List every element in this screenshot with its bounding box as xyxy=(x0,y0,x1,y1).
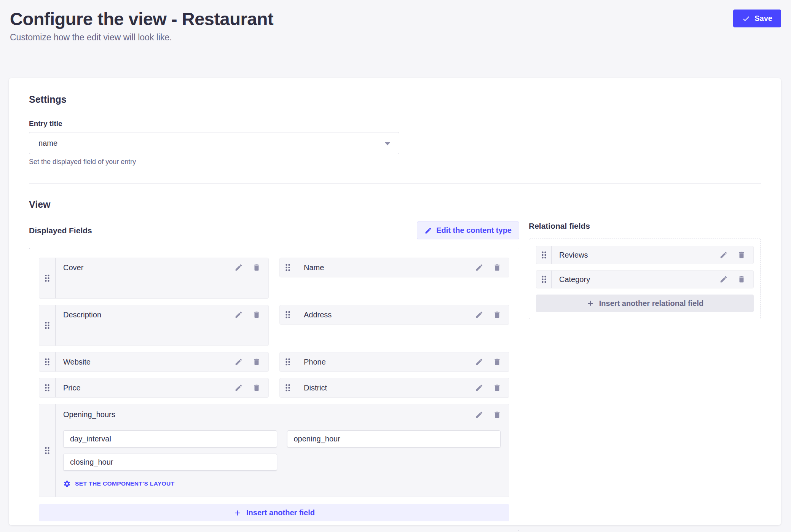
page-title: Configure the view - Restaurant xyxy=(10,8,781,29)
edit-field-icon[interactable] xyxy=(475,311,483,319)
subfield-label: closing_hour xyxy=(70,458,113,467)
edit-content-type-button[interactable]: Edit the content type xyxy=(417,221,519,239)
page-subtitle: Customize how the edit view will look li… xyxy=(10,32,781,43)
field-card-address[interactable]: Address xyxy=(279,305,509,325)
insert-another-relational-field-label: Insert another relational field xyxy=(599,299,704,308)
drag-handle[interactable] xyxy=(280,378,296,397)
insert-another-field-button[interactable]: Insert another field xyxy=(39,504,509,521)
settings-section-title: Settings xyxy=(29,94,761,105)
edit-field-icon[interactable] xyxy=(719,275,728,284)
pencil-icon xyxy=(424,227,432,234)
section-divider xyxy=(29,183,761,184)
delete-field-icon[interactable] xyxy=(252,311,261,319)
drag-handle-icon xyxy=(541,250,547,260)
delete-field-icon[interactable] xyxy=(493,411,501,419)
field-label: Cover xyxy=(63,263,83,272)
field-label: Name xyxy=(304,263,324,272)
entry-title-label: Entry title xyxy=(29,119,761,128)
edit-field-icon[interactable] xyxy=(475,384,483,392)
view-section-title: View xyxy=(29,199,761,210)
drag-handle-icon xyxy=(44,446,50,455)
delete-field-icon[interactable] xyxy=(252,384,261,392)
set-component-layout-label: SET THE COMPONENT'S LAYOUT xyxy=(75,480,175,487)
displayed-fields-title: Displayed Fields xyxy=(29,226,92,235)
check-icon xyxy=(742,14,750,23)
edit-field-icon[interactable] xyxy=(234,311,243,319)
plus-icon xyxy=(586,299,595,307)
displayed-fields-column: Displayed Fields Edit the content type xyxy=(29,221,519,531)
delete-field-icon[interactable] xyxy=(493,311,501,319)
entry-title-selected-value: name xyxy=(38,139,57,148)
edit-field-icon[interactable] xyxy=(475,411,483,419)
configuration-panel: Settings Entry title name Set the displa… xyxy=(9,78,781,525)
delete-field-icon[interactable] xyxy=(493,263,501,272)
caret-down-icon xyxy=(385,142,390,145)
drag-handle[interactable] xyxy=(39,404,56,497)
drag-handle[interactable] xyxy=(39,352,56,371)
drag-handle-icon xyxy=(44,274,50,283)
field-card-description[interactable]: Description xyxy=(39,305,269,346)
drag-handle[interactable] xyxy=(280,352,296,371)
insert-another-relational-field-button[interactable]: Insert another relational field xyxy=(536,295,754,312)
drag-handle-icon xyxy=(285,383,291,392)
edit-field-icon[interactable] xyxy=(234,384,243,392)
edit-field-icon[interactable] xyxy=(719,251,728,259)
edit-field-icon[interactable] xyxy=(475,263,483,272)
set-component-layout-button[interactable]: SET THE COMPONENT'S LAYOUT xyxy=(63,480,175,487)
delete-field-icon[interactable] xyxy=(252,358,261,366)
entry-title-select[interactable]: name xyxy=(29,132,399,154)
field-card-district[interactable]: District xyxy=(279,378,509,398)
component-label: Opening_hours xyxy=(63,410,115,419)
delete-field-icon[interactable] xyxy=(737,275,746,284)
gear-icon xyxy=(63,480,71,487)
displayed-fields-dropzone: Cover Name xyxy=(29,248,519,531)
field-label: Price xyxy=(63,384,81,392)
save-button[interactable]: Save xyxy=(733,10,781,27)
delete-field-icon[interactable] xyxy=(737,251,746,259)
field-card-name[interactable]: Name xyxy=(279,258,509,277)
drag-handle[interactable] xyxy=(280,305,296,324)
field-label: Address xyxy=(304,311,332,319)
component-subfield-day-interval[interactable]: day_interval xyxy=(63,430,277,448)
edit-content-type-label: Edit the content type xyxy=(436,226,512,235)
subfield-label: opening_hour xyxy=(294,435,340,443)
field-card-price[interactable]: Price xyxy=(39,378,269,398)
drag-handle[interactable] xyxy=(39,305,56,346)
entry-title-help-text: Set the displayed field of your entry xyxy=(29,158,761,166)
relational-fields-dropzone: Reviews Category xyxy=(529,239,761,319)
delete-field-icon[interactable] xyxy=(493,384,501,392)
drag-handle-icon xyxy=(285,263,291,272)
delete-field-icon[interactable] xyxy=(252,263,261,272)
relational-fields-column: Relational fields Reviews xyxy=(529,221,761,319)
field-card-website[interactable]: Website xyxy=(39,352,269,372)
subfield-label: day_interval xyxy=(70,435,111,443)
delete-field-icon[interactable] xyxy=(493,358,501,366)
edit-field-icon[interactable] xyxy=(475,358,483,366)
drag-handle[interactable] xyxy=(536,246,552,264)
edit-field-icon[interactable] xyxy=(234,358,243,366)
field-card-opening-hours[interactable]: Opening_hours day_interval xyxy=(39,404,509,497)
drag-handle[interactable] xyxy=(536,271,552,288)
drag-handle[interactable] xyxy=(280,258,296,277)
plus-icon xyxy=(233,509,242,517)
field-card-cover[interactable]: Cover xyxy=(39,258,269,299)
field-label: Category xyxy=(559,275,590,284)
field-label: Description xyxy=(63,311,101,319)
relational-card-reviews[interactable]: Reviews xyxy=(536,246,754,264)
drag-handle-icon xyxy=(44,321,50,330)
drag-handle[interactable] xyxy=(39,258,56,298)
field-card-phone[interactable]: Phone xyxy=(279,352,509,372)
drag-handle-icon xyxy=(44,357,50,366)
drag-handle-icon xyxy=(541,275,547,284)
relational-card-category[interactable]: Category xyxy=(536,270,754,288)
drag-handle[interactable] xyxy=(39,378,56,397)
insert-another-field-label: Insert another field xyxy=(246,508,315,517)
edit-field-icon[interactable] xyxy=(234,263,243,272)
field-label: Reviews xyxy=(559,251,588,260)
component-subfield-closing-hour[interactable]: closing_hour xyxy=(63,454,277,471)
drag-handle-icon xyxy=(44,383,50,392)
save-button-label: Save xyxy=(754,14,772,23)
component-subfield-opening-hour[interactable]: opening_hour xyxy=(287,430,501,448)
field-label: Website xyxy=(63,358,91,366)
field-label: Phone xyxy=(304,358,326,366)
